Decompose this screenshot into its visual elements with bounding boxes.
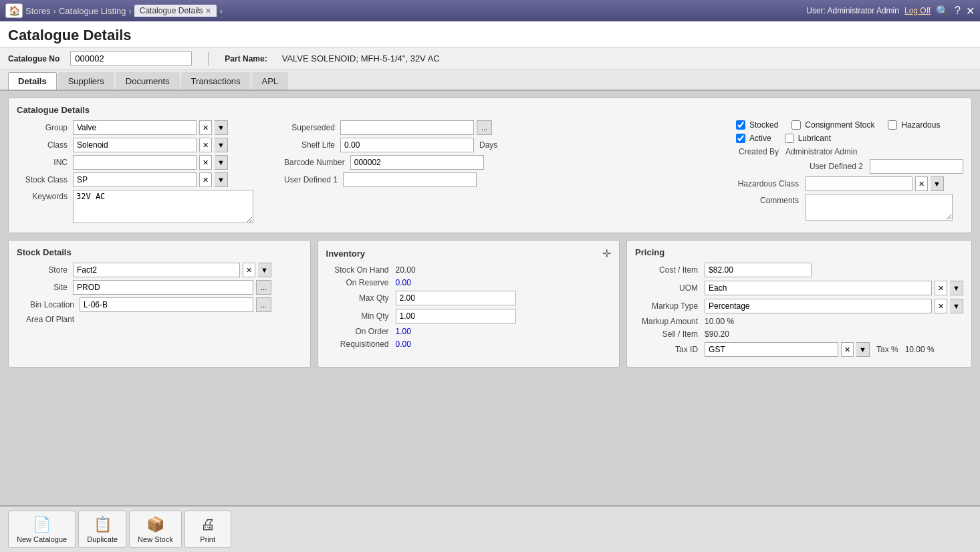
logoff-link[interactable]: Log Off [904,6,931,15]
inventory-expand-icon[interactable]: ✛ [602,247,611,260]
hazardous-class-dropdown-btn[interactable]: ▼ [931,176,944,191]
barcode-input[interactable] [350,155,484,170]
consignment-checkbox[interactable] [791,120,801,130]
part-name-value: VALVE SOLENOID; MFH-5-1/4", 32V AC [282,53,440,63]
top-nav: 🏠 Stores › Catalogue Listing › Catalogue… [0,0,980,21]
min-qty-label: Min Qty [326,311,393,321]
class-input[interactable] [73,138,197,152]
requisitioned-value: 0.00 [396,339,411,349]
requisitioned-row: Requisitioned 0.00 [326,339,612,349]
class-dropdown-btn[interactable]: ▼ [215,138,228,152]
group-dropdown-btn[interactable]: ▼ [215,120,228,135]
markup-type-clear-btn[interactable]: ✕ [935,299,947,313]
uom-dropdown-btn[interactable]: ▼ [950,281,963,295]
main-content: Catalogue Details Group ✕ ▼ Class ✕ ▼ [0,91,980,381]
class-clear-btn[interactable]: ✕ [199,138,212,152]
superseded-input[interactable] [340,120,474,135]
pricing-title: Pricing [635,247,963,257]
breadcrumb-catalogue-details-tab[interactable]: Catalogue Details ✕ [134,5,217,17]
tax-id-input[interactable] [705,342,838,357]
stock-on-hand-row: Stock On Hand 20.00 [326,265,612,275]
max-qty-input[interactable] [396,291,516,305]
stock-on-hand-value: 20.00 [396,265,416,275]
nav-left: 🏠 Stores › Catalogue Listing › Catalogue… [5,3,223,18]
group-row: Group ✕ ▼ [17,120,271,135]
on-order-label: On Order [326,327,393,336]
user-defined-2-input[interactable] [870,159,963,174]
created-by-value: Administrator Admin [785,147,857,156]
markup-amount-label: Markup Amount [635,317,702,326]
store-input[interactable] [73,263,240,277]
comments-textarea[interactable] [806,194,953,221]
user-defined-2-label: User Defined 2 [810,162,867,171]
nav-right: User: Administrator Admin Log Off 🔍 ? ✕ [806,5,975,17]
inc-clear-btn[interactable]: ✕ [199,155,212,170]
user-defined-2-row: User Defined 2 [736,159,963,174]
catalogue-no-input[interactable] [70,51,192,65]
bin-location-input[interactable] [80,297,253,312]
tab-documents[interactable]: Documents [116,72,180,90]
markup-type-dropdown-btn[interactable]: ▼ [950,299,963,313]
breadcrumb-stores[interactable]: Stores [25,6,51,16]
hazardous-class-input[interactable] [806,176,912,191]
bin-location-ellipsis-btn[interactable]: ... [256,297,271,312]
min-qty-input[interactable] [396,309,516,323]
cat-right-col: Stocked Consignment Stock Hazardous [736,120,963,226]
cost-per-item-input[interactable] [705,263,812,277]
breadcrumb-catalogue-listing[interactable]: Catalogue Listing [59,6,126,16]
active-checkbox[interactable] [736,134,745,143]
stock-class-label: Stock Class [17,175,70,184]
hazardous-class-clear-btn[interactable]: ✕ [915,176,928,191]
search-icon[interactable]: 🔍 [936,5,949,17]
uom-input[interactable] [705,281,932,295]
tab-suppliers[interactable]: Suppliers [58,72,114,90]
user-defined-1-input[interactable] [343,172,477,187]
site-input[interactable] [73,280,253,295]
home-button[interactable]: 🏠 [5,3,23,18]
tab-transactions[interactable]: Transactions [181,72,251,90]
group-clear-btn[interactable]: ✕ [199,120,212,135]
tax-id-dropdown-btn[interactable]: ▼ [856,342,870,357]
stock-class-input[interactable] [73,172,197,187]
hazardous-checkbox-row: Hazardous [888,120,940,130]
inc-dropdown-btn[interactable]: ▼ [215,155,228,170]
bin-location-row: Bin Location ... [17,297,302,312]
stock-class-dropdown-btn[interactable]: ▼ [215,172,228,187]
page-header: Catalogue Details [0,21,980,47]
superseded-ellipsis-btn[interactable]: ... [477,120,492,135]
class-row: Class ✕ ▼ [17,138,271,152]
tax-id-clear-btn[interactable]: ✕ [841,342,854,357]
lubricant-checkbox[interactable] [785,134,794,143]
hazardous-checkbox[interactable] [888,120,897,130]
shelf-life-input[interactable] [340,138,474,152]
close-icon[interactable]: ✕ [966,5,975,17]
superseded-label: Superseded [284,123,338,132]
help-icon[interactable]: ? [955,5,961,17]
uom-clear-btn[interactable]: ✕ [935,281,947,295]
breadcrumb-arrow-1: › [53,6,56,16]
max-qty-label: Max Qty [326,293,393,303]
tab-details[interactable]: Details [8,72,57,90]
inc-row: INC ✕ ▼ [17,155,271,170]
markup-type-input[interactable] [705,299,932,313]
checkboxes-row2: Active Lubricant [736,134,963,143]
inventory-title: Inventory [326,249,366,259]
lubricant-checkbox-row: Lubricant [785,134,831,143]
stocked-checkbox[interactable] [736,120,745,130]
breadcrumb-nav-arrow[interactable]: › [219,6,222,16]
inc-input[interactable] [73,155,197,170]
part-name-label: Part Name: [225,54,267,63]
keywords-label: Keywords [17,192,70,201]
tab-apl[interactable]: APL [252,72,289,90]
group-input[interactable] [73,120,197,135]
store-dropdown-btn[interactable]: ▼ [258,263,271,277]
tax-id-label: Tax ID [635,345,702,354]
store-clear-btn[interactable]: ✕ [243,263,255,277]
stock-class-clear-btn[interactable]: ✕ [199,172,212,187]
user-defined-1-label: User Defined 1 [284,175,340,184]
breadcrumb-close-icon[interactable]: ✕ [205,7,211,15]
group-label: Group [17,123,70,132]
keywords-textarea[interactable]: 32V AC [73,190,253,223]
site-ellipsis-btn[interactable]: ... [256,280,271,295]
requisitioned-label: Requisitioned [326,339,393,349]
